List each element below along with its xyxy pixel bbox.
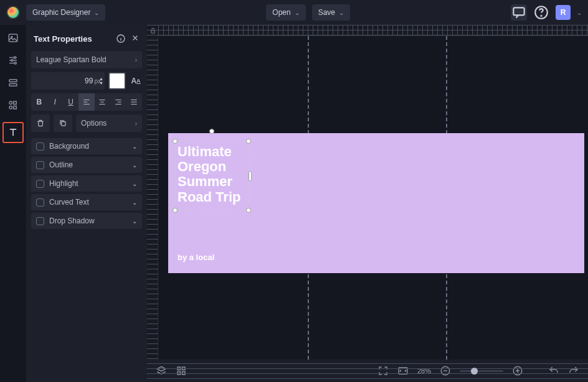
checkbox-icon bbox=[36, 180, 44, 188]
resize-handle[interactable] bbox=[246, 139, 251, 144]
save-label: Save bbox=[318, 8, 335, 17]
background-toggle[interactable]: Background⌄ bbox=[31, 138, 142, 154]
checkbox-icon bbox=[36, 198, 44, 207]
user-avatar[interactable]: R bbox=[556, 5, 571, 20]
font-size-value: 99 bbox=[85, 77, 93, 85]
app-logo[interactable] bbox=[6, 6, 20, 19]
svg-rect-8 bbox=[9, 80, 17, 82]
info-icon[interactable] bbox=[116, 34, 126, 44]
svg-rect-0 bbox=[513, 7, 524, 15]
tool-rail bbox=[0, 25, 26, 382]
chevron-down-icon[interactable]: ⌄ bbox=[577, 9, 582, 16]
save-button[interactable]: Save ⌄ bbox=[312, 4, 350, 21]
font-family-label: League Spartan Bold bbox=[36, 55, 107, 64]
font-family-dropdown[interactable]: League Spartan Bold › bbox=[31, 51, 142, 68]
chevron-down-icon: ⌄ bbox=[132, 143, 137, 150]
duplicate-icon[interactable] bbox=[54, 114, 72, 132]
zoom-slider[interactable] bbox=[460, 370, 503, 372]
close-icon[interactable] bbox=[131, 34, 140, 42]
resize-handle[interactable] bbox=[173, 208, 178, 213]
workspace-dropdown[interactable]: Graphic Designer ⌄ bbox=[26, 4, 105, 21]
chevron-right-icon: › bbox=[135, 57, 137, 63]
font-size-input[interactable]: 99 px ▲▼ bbox=[31, 72, 105, 90]
chevron-down-icon: ⌄ bbox=[132, 218, 137, 225]
checkbox-icon bbox=[36, 161, 44, 169]
chevron-down-icon: ⌄ bbox=[132, 199, 137, 206]
svg-rect-11 bbox=[14, 101, 17, 105]
top-bar: Graphic Designer ⌄ Open ⌄ Save ⌄ R ⌄ bbox=[0, 0, 588, 25]
help-icon[interactable] bbox=[533, 4, 549, 21]
chevron-right-icon: › bbox=[135, 120, 137, 127]
canvas[interactable]: Ultimate Oregon Summer Road Trip by a lo… bbox=[158, 36, 588, 360]
zoom-slider-thumb[interactable] bbox=[471, 368, 478, 375]
highlight-toggle[interactable]: Highlight⌄ bbox=[31, 175, 142, 192]
delete-icon[interactable] bbox=[31, 114, 50, 132]
svg-point-2 bbox=[541, 16, 541, 16]
chevron-down-icon: ⌄ bbox=[94, 9, 99, 16]
letter-case-icon[interactable]: AA bbox=[130, 75, 142, 87]
drop-shadow-toggle[interactable]: Drop Shadow⌄ bbox=[31, 213, 142, 229]
outline-toggle[interactable]: Outline⌄ bbox=[31, 157, 142, 173]
align-center-button[interactable] bbox=[95, 93, 110, 111]
vertical-ruler[interactable] bbox=[147, 36, 158, 360]
svg-point-7 bbox=[14, 62, 16, 64]
align-justify-button[interactable] bbox=[126, 93, 142, 111]
svg-point-12 bbox=[9, 106, 12, 109]
svg-point-10 bbox=[9, 101, 12, 105]
align-left-button[interactable] bbox=[78, 93, 94, 111]
workspace-label: Graphic Designer bbox=[32, 8, 90, 17]
resize-handle[interactable] bbox=[246, 208, 251, 213]
size-stepper[interactable]: ▲▼ bbox=[99, 77, 103, 85]
chat-icon[interactable] bbox=[511, 4, 527, 21]
layers-tool-icon[interactable] bbox=[7, 77, 19, 88]
open-label: Open bbox=[272, 8, 290, 17]
chevron-down-icon: ⌄ bbox=[339, 9, 344, 16]
chevron-down-icon: ⌄ bbox=[295, 9, 300, 16]
bold-button[interactable]: B bbox=[31, 93, 47, 111]
underline-button[interactable]: U bbox=[63, 93, 78, 111]
shapes-tool-icon[interactable] bbox=[7, 100, 19, 111]
svg-point-5 bbox=[14, 57, 16, 58]
open-button[interactable]: Open ⌄ bbox=[266, 4, 305, 21]
svg-rect-9 bbox=[9, 84, 17, 86]
chevron-down-icon: ⌄ bbox=[132, 180, 137, 187]
image-tool-icon[interactable] bbox=[7, 32, 19, 44]
chevron-down-icon: ⌄ bbox=[132, 162, 137, 169]
svg-rect-15 bbox=[62, 122, 65, 126]
svg-point-6 bbox=[11, 60, 13, 62]
checkbox-icon bbox=[36, 142, 44, 151]
text-properties-panel: Text Properties League Spartan Bold › 99… bbox=[26, 25, 147, 382]
italic-button[interactable]: I bbox=[47, 93, 62, 111]
resize-handle[interactable] bbox=[249, 171, 252, 181]
options-label: Options bbox=[81, 119, 107, 128]
selection-box[interactable] bbox=[174, 141, 249, 211]
byline-text[interactable]: by a local bbox=[178, 253, 214, 262]
text-color-swatch[interactable] bbox=[108, 72, 126, 90]
checkbox-icon bbox=[36, 217, 44, 225]
canvas-region: Ultimate Oregon Summer Road Trip by a lo… bbox=[147, 25, 588, 382]
sliders-tool-icon[interactable] bbox=[7, 55, 19, 66]
rotate-handle[interactable] bbox=[209, 129, 214, 134]
svg-rect-13 bbox=[14, 106, 17, 109]
resize-handle[interactable] bbox=[173, 139, 178, 144]
options-dropdown[interactable]: Options › bbox=[76, 114, 142, 132]
text-tool-icon[interactable] bbox=[2, 122, 24, 143]
align-right-button[interactable] bbox=[110, 93, 126, 111]
curved-text-toggle[interactable]: Curved Text⌄ bbox=[31, 194, 142, 210]
panel-title: Text Properties bbox=[34, 34, 92, 44]
